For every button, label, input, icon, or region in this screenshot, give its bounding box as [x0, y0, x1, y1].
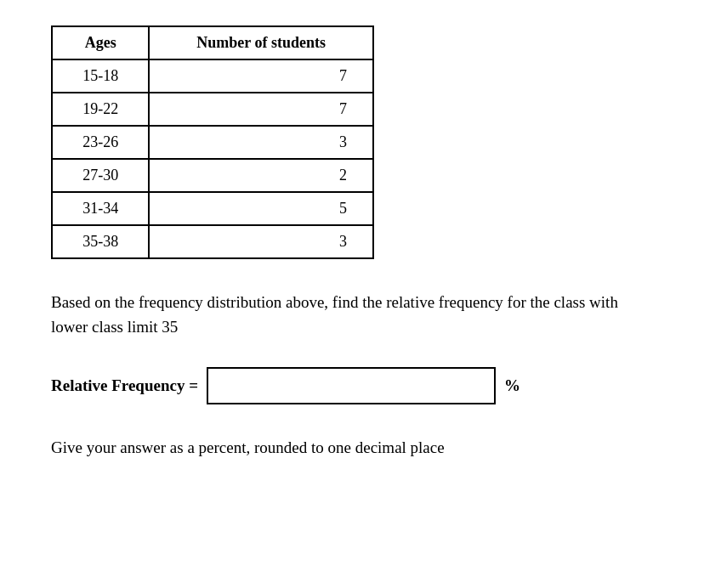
count-cell: 3: [149, 126, 373, 159]
table-row: 31-345: [52, 192, 373, 225]
count-cell: 3: [149, 225, 373, 258]
age-cell: 27-30: [52, 159, 149, 192]
table-row: 19-227: [52, 93, 373, 126]
table-row: 15-187: [52, 59, 373, 93]
table-row: 35-383: [52, 225, 373, 258]
count-cell: 2: [149, 159, 373, 192]
frequency-table: Ages Number of students 15-18719-22723-2…: [51, 25, 374, 259]
age-cell: 19-22: [52, 93, 149, 126]
table-header-row: Ages Number of students: [52, 26, 373, 59]
rf-label: Relative Frequency =: [51, 376, 198, 395]
table-row: 23-263: [52, 126, 373, 159]
count-cell: 7: [149, 59, 373, 93]
ages-header: Ages: [52, 26, 149, 59]
answer-note: Give your answer as a percent, rounded t…: [51, 435, 629, 460]
age-cell: 31-34: [52, 192, 149, 225]
relative-frequency-row: Relative Frequency = %: [51, 367, 653, 404]
rf-percent: %: [504, 376, 520, 395]
age-cell: 35-38: [52, 225, 149, 258]
age-cell: 23-26: [52, 126, 149, 159]
question-text: Based on the frequency distribution abov…: [51, 290, 629, 340]
rf-input[interactable]: [207, 367, 496, 404]
students-header: Number of students: [149, 26, 373, 59]
frequency-table-container: Ages Number of students 15-18719-22723-2…: [51, 25, 653, 259]
age-cell: 15-18: [52, 59, 149, 93]
table-row: 27-302: [52, 159, 373, 192]
count-cell: 5: [149, 192, 373, 225]
count-cell: 7: [149, 93, 373, 126]
